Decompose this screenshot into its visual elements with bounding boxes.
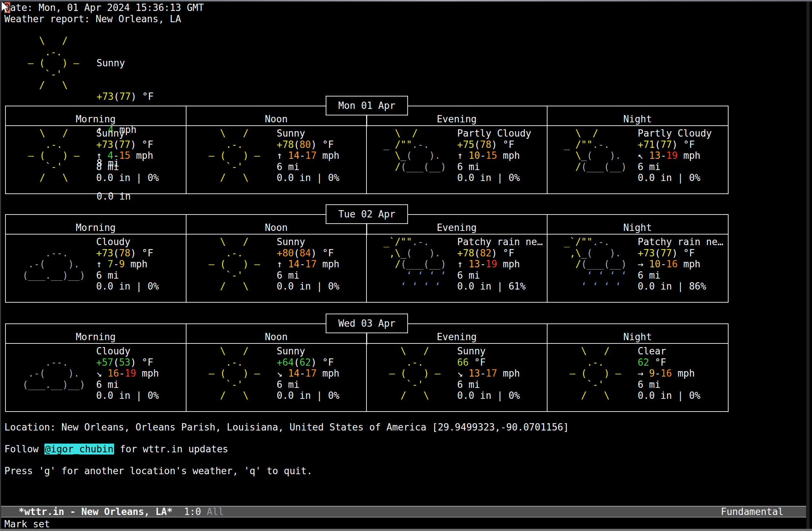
text-segment: ― ( ) ― bbox=[17, 150, 79, 161]
twitter-handle-highlight: @igor_chubin bbox=[44, 444, 114, 455]
text-segment: 17 bbox=[305, 368, 317, 379]
scrollbar[interactable] bbox=[807, 1, 809, 529]
day-title-box: Wed 03 Apr bbox=[326, 314, 408, 333]
sunny-ascii-icon: \ / .-. ― ( ) ― `-' / \ bbox=[558, 346, 621, 401]
text-segment: → bbox=[638, 259, 649, 270]
art-line: .-( ). bbox=[17, 368, 85, 379]
text-segment: 7 bbox=[107, 259, 113, 270]
sunny-ascii-icon: \ / .-. ― ( ) ― `-' / \ bbox=[17, 128, 79, 184]
precipitation: 0.0 in | 0% bbox=[96, 390, 159, 401]
text-segment: 78 bbox=[480, 139, 491, 150]
art-line: .-. bbox=[16, 47, 79, 58]
condition-label: Clear bbox=[638, 346, 701, 357]
art-line: _`/"".-. bbox=[378, 236, 446, 248]
text-segment: `-' bbox=[197, 270, 243, 281]
art-line: \_( ). bbox=[378, 150, 446, 161]
text-segment: \_ bbox=[378, 150, 406, 161]
temperature: +80(84) °F bbox=[277, 248, 340, 259]
period-header-morning: Morning bbox=[6, 215, 187, 235]
wind: ↑ 7-9 mph bbox=[96, 259, 159, 270]
text-segment: - bbox=[113, 150, 119, 161]
text-segment: (___(__) bbox=[581, 259, 627, 270]
text-segment: ) °F bbox=[311, 139, 334, 150]
forecast-cell-night: _`/"".-. ,\_( ). /(___(__) ‘ ‘ ‘ ‘ ‘ ‘ ‘… bbox=[548, 235, 728, 302]
forecast-cell-evening: _`/"".-. ,\_( ). /(___(__) ‘ ‘ ‘ ‘ ‘ ‘ ‘… bbox=[367, 235, 548, 302]
wind: ↖ 13-19 mph bbox=[638, 150, 712, 161]
sunny-ascii-icon: \ / .-. ― ( ) ― `-' / \ bbox=[197, 236, 260, 292]
text-segment: .-. bbox=[16, 47, 62, 58]
wind: ↑ 13-19 mph bbox=[457, 259, 543, 270]
text-segment: `-' bbox=[16, 69, 62, 80]
text-segment: .-( ). bbox=[17, 368, 79, 379]
condition-label: Sunny bbox=[97, 58, 154, 69]
text-segment: \ / bbox=[197, 346, 249, 357]
text-segment: ( bbox=[113, 248, 119, 259]
forecast-cell-morning: .--. .-( ). (___.__)__)Cloudy+57(53) °F↘… bbox=[6, 344, 187, 411]
visibility: 6 mi bbox=[96, 270, 159, 281]
condition-label: Patchy rain ne… bbox=[638, 236, 723, 248]
precipitation: 0.0 in | 0% bbox=[457, 172, 531, 184]
forecast-cell-evening: \ / .-. ― ( ) ― `-' / \Sunny66 °F↘ 13-17… bbox=[367, 344, 548, 411]
day-title-box-stem bbox=[366, 333, 367, 345]
text-segment: - bbox=[480, 259, 486, 270]
condition-label: Cloudy bbox=[96, 236, 159, 248]
echo-area-message: Mark set bbox=[4, 519, 50, 530]
text-segment: .-. bbox=[592, 236, 609, 247]
text-segment: \ / bbox=[17, 128, 68, 139]
text-segment: 16 bbox=[660, 368, 672, 379]
period-header-night: Night bbox=[548, 324, 728, 344]
text-segment: .-. bbox=[558, 357, 604, 368]
sunny-ascii-icon: \ / .-. ― ( ) ― `-' / \ bbox=[197, 128, 260, 184]
art-line: `-' bbox=[197, 379, 260, 390]
text-segment: - bbox=[113, 259, 119, 270]
emacs-modeline[interactable]: *wttr.in - New Orleans, LA* 1:0 AllFunda… bbox=[1, 506, 806, 518]
cloudy-ascii-icon: .--. .-( ). (___.__)__) bbox=[17, 248, 85, 281]
text-segment: ) °F bbox=[130, 248, 153, 259]
text-segment: ↑ bbox=[277, 259, 288, 270]
day-title-box-stem bbox=[366, 115, 367, 127]
text-segment: ) °F bbox=[491, 248, 514, 259]
text-segment: 77 bbox=[660, 139, 672, 150]
text-segment: \ / bbox=[378, 346, 429, 357]
text-segment: ‘ ‘ ‘ ‘ bbox=[558, 270, 627, 281]
text-segment: ↑ bbox=[96, 150, 107, 161]
text-segment: +57 bbox=[96, 357, 113, 368]
text-segment: ( bbox=[113, 139, 119, 150]
text-segment: ( bbox=[294, 139, 299, 150]
visibility: 6 mi bbox=[638, 270, 723, 281]
art-line: .-. bbox=[17, 139, 79, 150]
art-line: / \ bbox=[197, 172, 260, 184]
text-segment: `-' bbox=[197, 379, 243, 390]
art-line: ― ( ) ― bbox=[197, 368, 260, 379]
text-segment: \_ bbox=[558, 150, 587, 161]
text-segment: 84 bbox=[299, 248, 311, 259]
text-segment: ‘ ‘ ‘ ‘ bbox=[378, 270, 446, 281]
cloudy-ascii-icon: .--. .-( ). (___.__)__) bbox=[17, 357, 85, 390]
text-segment: .--. bbox=[17, 248, 68, 259]
text-segment: 66 bbox=[457, 357, 468, 368]
text-segment: ― ( ) ― bbox=[16, 58, 79, 68]
precipitation: 0.0 in | 0% bbox=[277, 390, 340, 401]
precipitation: 0.0 in | 61% bbox=[457, 281, 543, 292]
temperature: +73(77) °F bbox=[96, 139, 159, 150]
text-segment: mph bbox=[497, 150, 520, 161]
text-segment: ) °F bbox=[130, 357, 153, 368]
art-line: _ /"".-. bbox=[378, 139, 446, 150]
art-line: \_( ). bbox=[558, 150, 627, 161]
date-line: Date: Mon, 01 Apr 2024 15:36:13 GMT bbox=[4, 2, 204, 13]
visibility: 8 mi bbox=[96, 161, 159, 173]
text-segment: ( bbox=[655, 248, 660, 259]
text-segment: 13 bbox=[468, 259, 480, 270]
condition-label: Sunny bbox=[277, 236, 340, 248]
text-segment: 15 bbox=[486, 150, 497, 161]
text-segment: ↑ bbox=[96, 259, 107, 270]
keyboard-hint-line: Press 'g' for another location's weather… bbox=[4, 465, 312, 477]
wind: ↘ 14-17 mph bbox=[277, 368, 340, 379]
condition-label: Partly Cloudy bbox=[457, 128, 531, 139]
precipitation: 0.0 in | 0% bbox=[638, 172, 712, 184]
text-segment: _ /"" bbox=[558, 139, 593, 150]
text-segment: ↑ bbox=[277, 150, 288, 161]
text-segment: ↘ bbox=[457, 368, 468, 379]
text-segment: mph bbox=[497, 259, 520, 270]
art-line: _`/"".-. bbox=[558, 236, 627, 248]
